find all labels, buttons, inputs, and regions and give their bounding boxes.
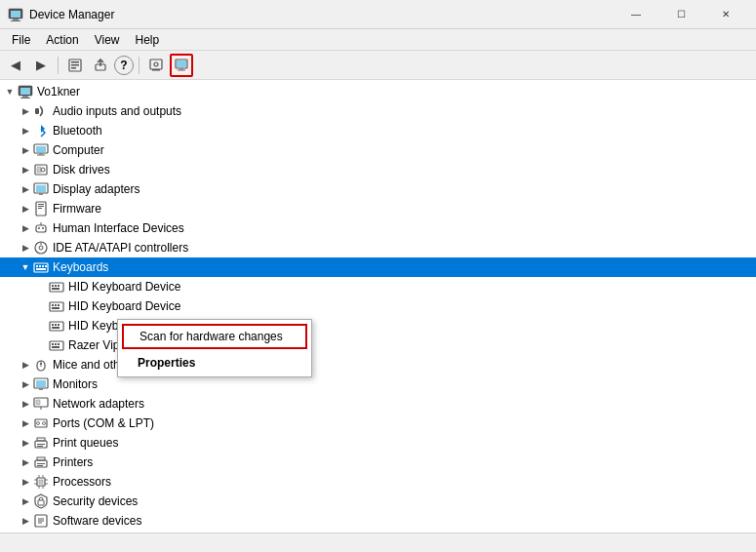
svg-rect-66 — [52, 346, 60, 348]
tree-item-disk[interactable]: ▶ Disk drives — [0, 160, 756, 179]
svg-rect-54 — [55, 304, 57, 306]
printers-icon — [33, 454, 49, 470]
svg-rect-97 — [38, 500, 44, 505]
svg-rect-59 — [55, 324, 57, 326]
tree-item-hid2[interactable]: ▶ HID Keyboard Device — [0, 296, 756, 316]
expand-monitors[interactable]: ▶ — [18, 376, 33, 392]
tree-item-monitors[interactable]: ▶ Monitors — [0, 375, 756, 394]
tree-item-security[interactable]: ▶ Security devices — [0, 492, 756, 511]
back-button[interactable]: ◀ — [4, 54, 27, 77]
close-button[interactable]: ✕ — [703, 0, 748, 29]
svg-rect-49 — [55, 285, 57, 287]
expand-audio[interactable]: ▶ — [18, 103, 33, 119]
tree-item-network[interactable]: ▶ Network adapters — [0, 394, 756, 414]
tree-item-keyboards[interactable]: ▼ Keyboards — [0, 257, 756, 277]
svg-rect-50 — [58, 285, 60, 287]
tree-item-firmware[interactable]: ▶ Firmware — [0, 199, 756, 218]
root-label: Vo1kner — [37, 85, 80, 99]
tree-item-audio[interactable]: ▶ Audio inputs and outputs — [0, 101, 756, 121]
svg-rect-55 — [58, 304, 60, 306]
tree-item-mice[interactable]: ▶ Mice and other pointing devices — [0, 355, 756, 375]
expand-keyboards[interactable]: ▼ — [18, 259, 33, 275]
tree-item-ide[interactable]: ▶ IDE ATA/ATAPI controllers — [0, 238, 756, 257]
ports-icon — [33, 415, 49, 431]
tree-item-processors[interactable]: ▶ Processors — [0, 472, 756, 492]
tree-item-bluetooth[interactable]: ▶ Bluetooth — [0, 121, 756, 140]
toolbar-separator-2 — [139, 57, 139, 74]
audio-label: Audio inputs and outputs — [53, 104, 181, 118]
status-bar — [0, 532, 756, 552]
device-tree[interactable]: ▼ Vo1kner ▶ Audio inputs and outputs ▶ B… — [0, 80, 756, 532]
tree-item-hid1[interactable]: ▶ HID Keyboard Device — [0, 277, 756, 296]
menu-help[interactable]: Help — [128, 31, 168, 49]
menu-file[interactable]: File — [4, 31, 38, 49]
expand-computer[interactable]: ▶ — [18, 142, 33, 158]
expand-firmware[interactable]: ▶ — [18, 201, 33, 217]
monitor-button[interactable] — [170, 54, 193, 77]
svg-rect-34 — [38, 208, 42, 209]
disk-label: Disk drives — [53, 163, 110, 177]
expand-processors[interactable]: ▶ — [18, 474, 33, 490]
processors-icon — [33, 474, 49, 490]
help-button[interactable]: ? — [114, 56, 134, 75]
expand-hid[interactable]: ▶ — [18, 220, 33, 236]
maximize-button[interactable]: ☐ — [658, 0, 703, 29]
tree-item-ports[interactable]: ▶ Ports (COM & LPT) — [0, 414, 756, 433]
expand-printq[interactable]: ▶ — [18, 435, 33, 451]
svg-rect-81 — [37, 444, 45, 445]
scan-hardware-button[interactable] — [144, 54, 168, 77]
menu-view[interactable]: View — [87, 31, 128, 49]
svg-point-37 — [42, 227, 44, 229]
tree-item-software[interactable]: ▶ Software devices — [0, 511, 756, 531]
minimize-button[interactable]: — — [614, 0, 658, 29]
tree-item-hid[interactable]: ▶ Human Interface Devices — [0, 218, 756, 238]
expand-printers[interactable]: ▶ — [18, 454, 33, 470]
expand-display[interactable]: ▶ — [18, 181, 33, 197]
svg-rect-30 — [39, 193, 43, 195]
tree-item-root[interactable]: ▼ Vo1kner — [0, 82, 756, 101]
svg-rect-35 — [36, 225, 46, 232]
forward-button[interactable]: ▶ — [29, 54, 53, 77]
svg-point-39 — [39, 246, 43, 250]
expand-software[interactable]: ▶ — [18, 513, 33, 529]
display-icon — [33, 181, 49, 197]
processors-label: Processors — [53, 475, 111, 489]
svg-rect-52 — [50, 302, 63, 311]
expand-security[interactable]: ▶ — [18, 493, 33, 509]
svg-rect-44 — [42, 265, 44, 267]
expand-mice[interactable]: ▶ — [18, 357, 33, 373]
tree-item-display[interactable]: ▶ Display adapters — [0, 179, 756, 199]
svg-point-78 — [43, 422, 46, 425]
expand-ports[interactable]: ▶ — [18, 415, 33, 431]
svg-rect-85 — [37, 463, 45, 464]
computer-icon — [33, 142, 49, 158]
hid1-icon — [49, 279, 64, 295]
root-icon — [18, 84, 33, 99]
expand-network[interactable]: ▶ — [18, 396, 33, 412]
expand-bluetooth[interactable]: ▶ — [18, 123, 33, 138]
software-icon — [33, 513, 49, 529]
tree-item-sound[interactable]: ▶ Sound, video and game controllers — [0, 531, 756, 532]
svg-rect-15 — [178, 69, 185, 70]
tree-item-hid3[interactable]: ▶ HID Keyboard Device — [0, 316, 756, 335]
expand-root[interactable]: ▼ — [2, 84, 18, 99]
svg-rect-3 — [11, 20, 20, 21]
expand-ide[interactable]: ▶ — [18, 240, 33, 256]
svg-rect-46 — [36, 268, 46, 270]
tree-item-printq[interactable]: ▶ Print queues — [0, 433, 756, 453]
expand-disk[interactable]: ▶ — [18, 162, 33, 177]
properties-button[interactable] — [63, 54, 87, 77]
disk-icon — [33, 162, 49, 177]
svg-rect-43 — [39, 265, 41, 267]
audio-icon — [33, 103, 49, 119]
ctx-scan-hardware[interactable]: Scan for hardware changes — [122, 324, 307, 349]
tree-item-printers[interactable]: ▶ Printers — [0, 453, 756, 472]
tree-item-razer[interactable]: ▶ Razer Viper Mini — [0, 335, 756, 355]
svg-rect-88 — [39, 480, 43, 484]
main-area: ▼ Vo1kner ▶ Audio inputs and outputs ▶ B… — [0, 80, 756, 532]
ctx-properties[interactable]: Properties — [118, 351, 311, 375]
menu-action[interactable]: Action — [38, 31, 86, 49]
update-driver-button[interactable] — [89, 54, 112, 77]
svg-rect-74 — [36, 400, 40, 405]
tree-item-computer[interactable]: ▶ Computer — [0, 140, 756, 160]
